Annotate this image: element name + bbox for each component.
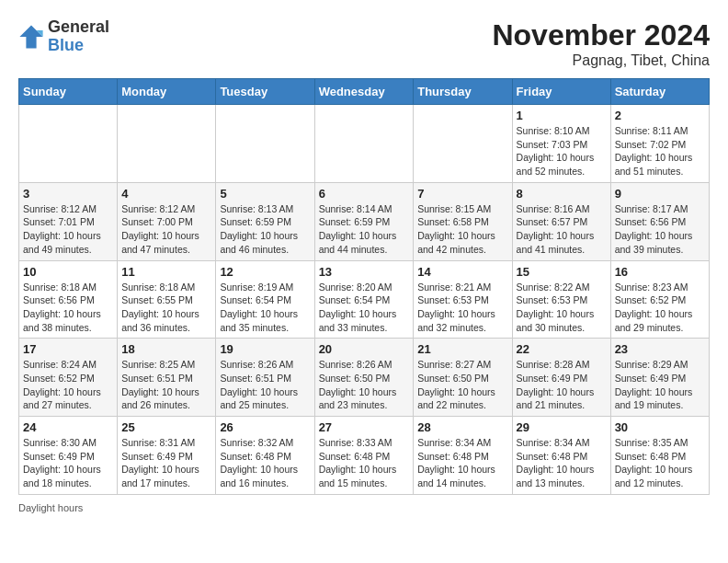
calendar-cell: 9Sunrise: 8:17 AM Sunset: 6:56 PM Daylig… — [610, 182, 709, 260]
day-number: 27 — [319, 420, 410, 434]
day-info: Sunrise: 8:11 AM Sunset: 7:02 PM Dayligh… — [615, 124, 705, 178]
day-info: Sunrise: 8:21 AM Sunset: 6:53 PM Dayligh… — [417, 281, 507, 335]
logo: General Blue — [18, 18, 109, 55]
day-number: 30 — [615, 420, 705, 434]
day-info: Sunrise: 8:26 AM Sunset: 6:51 PM Dayligh… — [220, 358, 310, 412]
calendar-cell: 12Sunrise: 8:19 AM Sunset: 6:54 PM Dayli… — [216, 260, 314, 339]
day-info: Sunrise: 8:31 AM Sunset: 6:49 PM Dayligh… — [121, 436, 211, 490]
weekday-wednesday: Wednesday — [314, 79, 414, 105]
calendar-week-3: 17Sunrise: 8:24 AM Sunset: 6:52 PM Dayli… — [19, 339, 710, 417]
day-info: Sunrise: 8:20 AM Sunset: 6:54 PM Dayligh… — [319, 281, 410, 335]
day-number: 17 — [23, 342, 113, 356]
calendar-cell: 23Sunrise: 8:29 AM Sunset: 6:49 PM Dayli… — [610, 339, 709, 417]
day-info: Sunrise: 8:26 AM Sunset: 6:50 PM Dayligh… — [319, 358, 410, 412]
day-number: 26 — [220, 420, 310, 434]
day-number: 24 — [23, 420, 113, 434]
svg-marker-0 — [19, 25, 42, 48]
calendar-cell: 24Sunrise: 8:30 AM Sunset: 6:49 PM Dayli… — [19, 417, 118, 495]
calendar-cell: 15Sunrise: 8:22 AM Sunset: 6:53 PM Dayli… — [512, 260, 610, 339]
logo-icon — [18, 24, 44, 50]
page-subtitle: Pagnag, Tibet, China — [492, 52, 710, 69]
calendar-cell: 21Sunrise: 8:27 AM Sunset: 6:50 PM Dayli… — [414, 339, 512, 417]
day-info: Sunrise: 8:25 AM Sunset: 6:51 PM Dayligh… — [121, 358, 211, 412]
day-info: Sunrise: 8:29 AM Sunset: 6:49 PM Dayligh… — [615, 358, 705, 412]
calendar-cell: 20Sunrise: 8:26 AM Sunset: 6:50 PM Dayli… — [314, 339, 414, 417]
calendar-cell: 27Sunrise: 8:33 AM Sunset: 6:48 PM Dayli… — [314, 417, 414, 495]
day-info: Sunrise: 8:18 AM Sunset: 6:56 PM Dayligh… — [23, 281, 113, 335]
day-number: 15 — [517, 265, 607, 279]
calendar-cell: 14Sunrise: 8:21 AM Sunset: 6:53 PM Dayli… — [414, 260, 512, 339]
day-number: 3 — [23, 187, 113, 201]
page-header: General Blue November 2024 Pagnag, Tibet… — [18, 18, 710, 69]
footer-label: Daylight hours — [18, 502, 83, 513]
day-number: 12 — [220, 265, 310, 279]
calendar-week-4: 24Sunrise: 8:30 AM Sunset: 6:49 PM Dayli… — [19, 417, 710, 495]
day-info: Sunrise: 8:14 AM Sunset: 6:59 PM Dayligh… — [319, 202, 410, 257]
calendar-cell: 5Sunrise: 8:13 AM Sunset: 6:59 PM Daylig… — [216, 182, 314, 260]
weekday-thursday: Thursday — [414, 79, 512, 105]
day-info: Sunrise: 8:28 AM Sunset: 6:49 PM Dayligh… — [517, 358, 607, 412]
day-number: 18 — [121, 342, 211, 356]
day-info: Sunrise: 8:12 AM Sunset: 7:00 PM Dayligh… — [121, 202, 211, 257]
calendar-week-2: 10Sunrise: 8:18 AM Sunset: 6:56 PM Dayli… — [19, 260, 710, 339]
day-info: Sunrise: 8:23 AM Sunset: 6:52 PM Dayligh… — [615, 281, 705, 335]
day-number: 14 — [417, 265, 507, 279]
day-info: Sunrise: 8:22 AM Sunset: 6:53 PM Dayligh… — [517, 281, 607, 335]
day-info: Sunrise: 8:34 AM Sunset: 6:48 PM Dayligh… — [417, 436, 507, 490]
day-number: 19 — [220, 342, 310, 356]
day-number: 11 — [121, 265, 211, 279]
calendar-cell — [314, 105, 414, 183]
day-number: 21 — [417, 342, 507, 356]
calendar-cell: 8Sunrise: 8:16 AM Sunset: 6:57 PM Daylig… — [512, 182, 610, 260]
calendar-week-1: 3Sunrise: 8:12 AM Sunset: 7:01 PM Daylig… — [19, 182, 710, 260]
footer-text: Daylight hours — [18, 502, 710, 513]
day-info: Sunrise: 8:12 AM Sunset: 7:01 PM Dayligh… — [23, 202, 113, 257]
calendar-table: SundayMondayTuesdayWednesdayThursdayFrid… — [18, 78, 710, 495]
page-title: November 2024 — [492, 18, 710, 52]
calendar-cell: 26Sunrise: 8:32 AM Sunset: 6:48 PM Dayli… — [216, 417, 314, 495]
calendar-cell: 25Sunrise: 8:31 AM Sunset: 6:49 PM Dayli… — [118, 417, 216, 495]
day-number: 5 — [220, 187, 310, 201]
day-number: 20 — [319, 342, 410, 356]
day-info: Sunrise: 8:18 AM Sunset: 6:55 PM Dayligh… — [121, 281, 211, 335]
calendar-cell: 11Sunrise: 8:18 AM Sunset: 6:55 PM Dayli… — [118, 260, 216, 339]
day-number: 4 — [121, 187, 211, 201]
calendar-cell — [216, 105, 314, 183]
calendar-cell: 4Sunrise: 8:12 AM Sunset: 7:00 PM Daylig… — [118, 182, 216, 260]
calendar-week-0: 1Sunrise: 8:10 AM Sunset: 7:03 PM Daylig… — [19, 105, 710, 183]
day-info: Sunrise: 8:27 AM Sunset: 6:50 PM Dayligh… — [417, 358, 507, 412]
logo-blue-text: Blue — [48, 37, 109, 55]
day-info: Sunrise: 8:15 AM Sunset: 6:58 PM Dayligh… — [417, 202, 507, 257]
day-number: 25 — [121, 420, 211, 434]
day-number: 28 — [417, 420, 507, 434]
weekday-monday: Monday — [118, 79, 216, 105]
calendar-cell — [118, 105, 216, 183]
calendar-cell: 18Sunrise: 8:25 AM Sunset: 6:51 PM Dayli… — [118, 339, 216, 417]
weekday-friday: Friday — [512, 79, 610, 105]
day-info: Sunrise: 8:30 AM Sunset: 6:49 PM Dayligh… — [23, 436, 113, 490]
weekday-sunday: Sunday — [19, 79, 118, 105]
day-number: 2 — [615, 109, 705, 122]
day-info: Sunrise: 8:13 AM Sunset: 6:59 PM Dayligh… — [220, 202, 310, 257]
weekday-header-row: SundayMondayTuesdayWednesdayThursdayFrid… — [19, 79, 710, 105]
day-number: 1 — [517, 109, 607, 122]
day-number: 22 — [517, 342, 607, 356]
day-info: Sunrise: 8:34 AM Sunset: 6:48 PM Dayligh… — [517, 436, 607, 490]
day-number: 10 — [23, 265, 113, 279]
calendar-cell: 7Sunrise: 8:15 AM Sunset: 6:58 PM Daylig… — [414, 182, 512, 260]
day-info: Sunrise: 8:24 AM Sunset: 6:52 PM Dayligh… — [23, 358, 113, 412]
calendar-cell: 10Sunrise: 8:18 AM Sunset: 6:56 PM Dayli… — [19, 260, 118, 339]
day-number: 8 — [517, 187, 607, 201]
calendar-cell: 13Sunrise: 8:20 AM Sunset: 6:54 PM Dayli… — [314, 260, 414, 339]
day-number: 16 — [615, 265, 705, 279]
calendar-cell: 29Sunrise: 8:34 AM Sunset: 6:48 PM Dayli… — [512, 417, 610, 495]
calendar-cell: 22Sunrise: 8:28 AM Sunset: 6:49 PM Dayli… — [512, 339, 610, 417]
calendar-cell: 16Sunrise: 8:23 AM Sunset: 6:52 PM Dayli… — [610, 260, 709, 339]
day-number: 7 — [417, 187, 507, 201]
day-number: 29 — [517, 420, 607, 434]
title-block: November 2024 Pagnag, Tibet, China — [492, 18, 710, 69]
weekday-tuesday: Tuesday — [216, 79, 314, 105]
calendar-cell: 28Sunrise: 8:34 AM Sunset: 6:48 PM Dayli… — [414, 417, 512, 495]
calendar-cell: 19Sunrise: 8:26 AM Sunset: 6:51 PM Dayli… — [216, 339, 314, 417]
weekday-saturday: Saturday — [610, 79, 709, 105]
